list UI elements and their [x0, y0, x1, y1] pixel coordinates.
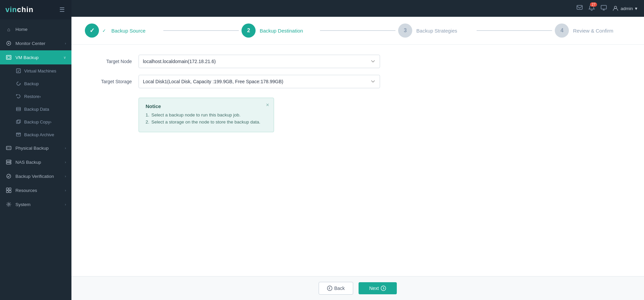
sidebar-item-system-label: System — [15, 202, 31, 207]
sidebar-item-resources-label: Resources — [15, 188, 37, 193]
svg-rect-22 — [9, 188, 11, 190]
sidebar-item-physical-backup[interactable]: Physical Backup › — [0, 141, 71, 155]
sidebar-item-monitor-center[interactable]: Monitor Center › — [0, 36, 71, 50]
svg-rect-9 — [17, 120, 20, 123]
next-circle-icon — [381, 286, 386, 291]
sidebar-item-home-label: Home — [15, 27, 28, 32]
backup-copy-arrow: › — [50, 119, 51, 124]
physical-backup-icon — [5, 145, 12, 151]
step-3: 3 Backup Strategies — [398, 23, 474, 38]
target-node-select[interactable]: localhost.localdomain(172.18.21.6) — [139, 55, 380, 68]
sidebar-item-virtual-machines[interactable]: Virtual Machines — [0, 64, 71, 77]
sidebar-item-home[interactable]: ⌂ Home — [0, 22, 71, 36]
svg-point-1 — [8, 43, 9, 44]
step-connector-2-3 — [320, 30, 396, 31]
next-button[interactable]: Next — [359, 282, 397, 294]
target-storage-row: Target Storage Local Disk1(Local Disk, C… — [85, 75, 631, 88]
sidebar-item-backup-data[interactable]: Backup Data — [0, 103, 71, 115]
user-chevron: ▾ — [635, 6, 637, 11]
back-button[interactable]: Back — [319, 282, 353, 295]
physical-backup-arrow: › — [65, 146, 66, 150]
resources-arrow: › — [65, 188, 66, 192]
target-storage-select[interactable]: Local Disk1(Local Disk, Capacity :199.9G… — [139, 75, 380, 88]
notifications-icon[interactable]: 27 — [588, 4, 595, 13]
sidebar-item-vm-backup[interactable]: VM Backup ∨ — [0, 50, 71, 64]
step-1-check: ✓ — [90, 27, 95, 34]
notice-item-1: 1. Select a backup node to run this back… — [146, 112, 260, 117]
step-1: ✓ ✓ Backup Source — [85, 23, 161, 38]
target-node-row: Target Node localhost.localdomain(172.18… — [85, 55, 631, 68]
svg-rect-4 — [16, 69, 20, 73]
sidebar-item-backup-verification[interactable]: Backup Verification › — [0, 169, 71, 183]
footer: Back Next — [71, 276, 644, 300]
svg-point-20 — [7, 174, 11, 178]
svg-rect-8 — [16, 120, 19, 123]
step-3-label: Backup Strategies — [416, 28, 457, 34]
step-2-label: Backup Destination — [260, 28, 303, 34]
svg-rect-26 — [577, 5, 582, 9]
svg-point-32 — [381, 286, 386, 291]
step-4: 4 Review & Confirm — [555, 23, 631, 38]
sidebar-item-restore[interactable]: Restore › — [0, 90, 71, 103]
system-arrow: › — [65, 202, 66, 206]
backup-copy-icon — [15, 119, 21, 125]
messages-icon[interactable] — [576, 4, 583, 13]
user-menu[interactable]: admin ▾ — [612, 5, 637, 11]
svg-rect-5 — [16, 107, 20, 111]
main-area: 27 admin ▾ ✓ ✓ Backup Source — [71, 0, 644, 300]
vm-backup-icon — [5, 54, 12, 61]
backup-verification-icon — [5, 173, 12, 180]
svg-point-19 — [10, 163, 10, 164]
logo: vinchin — [5, 5, 34, 14]
home-icon: ⌂ — [5, 26, 12, 33]
menu-toggle[interactable]: ☰ — [58, 5, 66, 15]
back-circle-icon — [327, 286, 332, 291]
step-3-circle: 3 — [398, 23, 412, 38]
step-2-circle: 2 — [241, 23, 256, 38]
svg-rect-2 — [6, 55, 11, 59]
sidebar-item-backup-archive[interactable]: Backup Archive — [0, 128, 71, 141]
sidebar-item-nas-backup-label: NAS Backup — [15, 160, 41, 165]
svg-rect-3 — [7, 56, 10, 58]
sidebar-item-resources[interactable]: Resources › — [0, 183, 71, 197]
next-label: Next — [369, 286, 379, 291]
sidebar-nav: ⌂ Home Monitor Center › VM Backup ∨ Virt… — [0, 19, 71, 300]
notice-close-button[interactable]: × — [266, 102, 269, 108]
sidebar-item-vm-backup-label: VM Backup — [15, 55, 39, 60]
system-icon — [5, 201, 12, 208]
step-1-checkmark: ✓ — [102, 28, 106, 33]
sidebar-item-physical-backup-label: Physical Backup — [15, 146, 49, 151]
svg-point-14 — [7, 148, 8, 148]
form-area: Target Node localhost.localdomain(172.18… — [71, 45, 644, 276]
monitor-center-arrow: › — [65, 41, 66, 45]
step-3-number: 3 — [404, 28, 407, 34]
sidebar-item-nas-backup[interactable]: NAS Backup › — [0, 155, 71, 169]
step-2-number: 2 — [247, 28, 250, 34]
notice-item-2: 2. Select a storage on the node to store… — [146, 119, 260, 124]
step-connector-1-2 — [163, 30, 239, 31]
notice-box: Notice 1. Select a backup node to run th… — [139, 98, 274, 132]
svg-point-18 — [10, 161, 10, 161]
notice-row: Notice 1. Select a backup node to run th… — [139, 95, 631, 132]
notice-list: 1. Select a backup node to run this back… — [146, 112, 260, 124]
svg-rect-23 — [6, 191, 8, 193]
step-4-circle: 4 — [555, 23, 569, 38]
notification-count: 27 — [590, 2, 597, 7]
notice-title: Notice — [146, 103, 260, 109]
backup-archive-icon — [15, 132, 21, 138]
screen-icon[interactable] — [600, 4, 607, 13]
step-1-label: Backup Source — [111, 28, 146, 34]
sidebar: vinchin ☰ ⌂ Home Monitor Center › VM Bac… — [0, 0, 71, 300]
sidebar-item-system[interactable]: System › — [0, 197, 71, 211]
content-area: ✓ ✓ Backup Source 2 Backup Destination 3 — [71, 17, 644, 300]
step-4-label: Review & Confirm — [573, 28, 613, 34]
nas-backup-arrow: › — [65, 160, 66, 164]
svg-point-25 — [8, 204, 10, 205]
resources-icon — [5, 187, 12, 194]
step-2: 2 Backup Destination — [241, 23, 317, 38]
step-connector-3-4 — [477, 30, 552, 31]
sidebar-item-backup[interactable]: Backup — [0, 77, 71, 90]
logo-chin: chin — [17, 5, 34, 14]
sidebar-item-backup-copy[interactable]: Backup Copy › — [0, 115, 71, 128]
virtual-machines-icon — [15, 68, 21, 74]
